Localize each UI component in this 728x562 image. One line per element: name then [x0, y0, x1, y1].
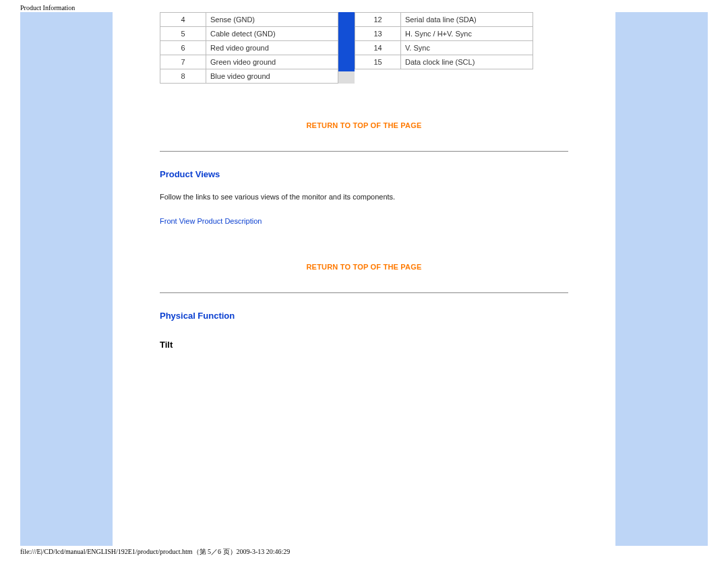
product-views-section: Product Views Follow the links to see va… — [113, 169, 615, 225]
table-row: 5Cable detect (GND) — [160, 27, 338, 41]
pin-desc: Red video ground — [206, 41, 338, 55]
content-area: 4Sense (GND) 5Cable detect (GND) 6Red vi… — [113, 12, 615, 350]
pin-desc: V. Sync — [401, 41, 533, 55]
pin-number: 7 — [160, 55, 206, 69]
table-row: 7Green video ground — [160, 55, 338, 69]
table-row: 14V. Sync — [355, 41, 533, 55]
pin-table-right: 12Serial data line (SDA) 13H. Sync / H+V… — [355, 12, 533, 69]
separator-blue — [338, 12, 355, 71]
pin-desc: Serial data line (SDA) — [401, 13, 533, 27]
physical-function-heading: Physical Function — [160, 311, 568, 321]
left-sidebar — [20, 12, 113, 546]
pin-number: 5 — [160, 27, 206, 41]
product-views-heading: Product Views — [160, 169, 568, 179]
pin-desc: Cable detect (GND) — [206, 27, 338, 41]
product-views-intro: Follow the links to see various views of… — [160, 193, 568, 201]
return-to-top-anchor[interactable]: RETURN TO TOP OF THE PAGE — [306, 121, 421, 129]
page-header-title: Product Information — [20, 4, 75, 11]
pin-table-left: 4Sense (GND) 5Cable detect (GND) 6Red vi… — [160, 12, 338, 84]
pin-number: 15 — [355, 55, 401, 69]
pin-number: 6 — [160, 41, 206, 55]
pin-desc: H. Sync / H+V. Sync — [401, 27, 533, 41]
table-row: 8Blue video ground — [160, 69, 338, 84]
front-view-link[interactable]: Front View Product Description — [160, 217, 262, 225]
separator-gray — [338, 71, 355, 84]
physical-function-section: Physical Function Tilt — [113, 311, 615, 350]
pin-number: 13 — [355, 27, 401, 41]
pin-desc: Data clock line (SCL) — [401, 55, 533, 69]
tilt-subheading: Tilt — [160, 340, 568, 350]
return-to-top-link-2: RETURN TO TOP OF THE PAGE — [113, 263, 615, 271]
return-to-top-anchor[interactable]: RETURN TO TOP OF THE PAGE — [306, 263, 421, 271]
table-row: 6Red video ground — [160, 41, 338, 55]
pin-desc: Sense (GND) — [206, 13, 338, 27]
pin-number: 4 — [160, 13, 206, 27]
pin-desc: Green video ground — [206, 55, 338, 69]
pin-number: 12 — [355, 13, 401, 27]
table-row: 12Serial data line (SDA) — [355, 13, 533, 27]
table-row: 13H. Sync / H+V. Sync — [355, 27, 533, 41]
connector-separator — [338, 12, 355, 84]
pin-desc: Blue video ground — [206, 69, 338, 84]
section-divider — [160, 151, 568, 152]
section-divider — [160, 292, 568, 293]
table-row: 4Sense (GND) — [160, 13, 338, 27]
pin-number: 8 — [160, 69, 206, 84]
page-footer-path: file:///E|/CD/lcd/manual/ENGLISH/192E1/p… — [20, 547, 290, 557]
return-to-top-link-1: RETURN TO TOP OF THE PAGE — [113, 121, 615, 129]
pin-tables: 4Sense (GND) 5Cable detect (GND) 6Red vi… — [113, 12, 615, 84]
table-row: 15Data clock line (SCL) — [355, 55, 533, 69]
pin-number: 14 — [355, 41, 401, 55]
right-sidebar — [615, 12, 708, 546]
